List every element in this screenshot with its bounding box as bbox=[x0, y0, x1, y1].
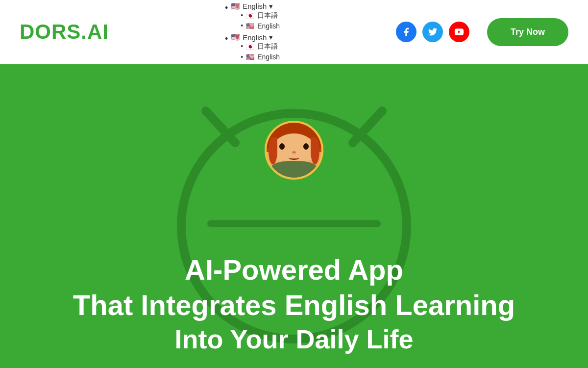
header: DORS.AI • 🇺🇸 English ▾ • 🇯🇵 日本語 bbox=[0, 0, 588, 64]
lang-toggle-1[interactable]: 🇺🇸 English ▾ bbox=[231, 2, 280, 11]
chevron-down-icon-2: ▾ bbox=[269, 33, 273, 42]
lang-option-en-1[interactable]: • 🇺🇸 English bbox=[241, 21, 280, 31]
lang-dropdown-1: 🇺🇸 English ▾ • 🇯🇵 日本語 • 🇺🇸 English bbox=[231, 2, 280, 31]
hero-section: AI-Powered App That Integrates English L… bbox=[0, 64, 588, 368]
lang-option-en-2[interactable]: • 🇺🇸 English bbox=[241, 53, 280, 62]
hero-line-2: That Integrates English Learning bbox=[20, 289, 568, 321]
avatar bbox=[265, 121, 323, 180]
hero-text: AI-Powered App That Integrates English L… bbox=[0, 254, 588, 354]
sub-bullet-2: • bbox=[241, 21, 243, 31]
social-icons bbox=[396, 22, 469, 42]
hero-line-3: Into Your Daily Life bbox=[20, 325, 568, 354]
en-flag-2: 🇺🇸 bbox=[246, 53, 254, 61]
sub-bullet-4: • bbox=[241, 53, 243, 62]
lang-label-1: English bbox=[243, 2, 267, 10]
lang-dropdown-2-container: • 🇺🇸 English ▾ • 🇯🇵 日本語 • 🇺🇸 bbox=[225, 33, 280, 62]
flag-1: 🇺🇸 bbox=[231, 2, 240, 11]
lang-label-2: English bbox=[243, 33, 267, 42]
try-now-button[interactable]: Try Now bbox=[487, 18, 568, 46]
youtube-icon[interactable] bbox=[449, 22, 469, 42]
jp-label-2: 日本語 bbox=[257, 42, 278, 51]
lang-submenu-2: • 🇯🇵 日本語 • 🇺🇸 English bbox=[231, 42, 280, 62]
lang-toggle-2[interactable]: 🇺🇸 English ▾ bbox=[231, 33, 280, 42]
chevron-down-icon-1: ▾ bbox=[269, 2, 273, 11]
lang-option-jp-2[interactable]: • 🇯🇵 日本語 bbox=[241, 42, 280, 52]
flag-2: 🇺🇸 bbox=[231, 33, 240, 42]
jp-label-1: 日本語 bbox=[257, 11, 278, 20]
facebook-icon[interactable] bbox=[396, 22, 416, 42]
lang-submenu-1: • 🇯🇵 日本語 • 🇺🇸 English bbox=[231, 11, 280, 31]
hero-line-1: AI-Powered App bbox=[20, 254, 568, 286]
lang-dropdown-2: 🇺🇸 English ▾ • 🇯🇵 日本語 • 🇺🇸 English bbox=[231, 33, 280, 62]
header-right: Try Now bbox=[396, 18, 568, 46]
lang-dropdown-1-container: • 🇺🇸 English ▾ • 🇯🇵 日本語 • 🇺🇸 bbox=[225, 2, 280, 31]
jp-flag-1: 🇯🇵 bbox=[246, 12, 254, 20]
logo: DORS.AI bbox=[20, 20, 109, 44]
en-flag-1: 🇺🇸 bbox=[246, 22, 254, 30]
en-label-2: English bbox=[257, 53, 280, 61]
en-label-1: English bbox=[257, 22, 280, 30]
twitter-icon[interactable] bbox=[422, 22, 443, 42]
jp-flag-2: 🇯🇵 bbox=[246, 43, 254, 51]
bullet-dot-2: • bbox=[225, 33, 228, 45]
sub-bullet-3: • bbox=[241, 42, 243, 52]
sub-bullet-1: • bbox=[241, 11, 243, 21]
bullet-dot-1: • bbox=[225, 2, 228, 14]
avatar-face bbox=[267, 123, 321, 178]
lang-option-jp-1[interactable]: • 🇯🇵 日本語 bbox=[241, 11, 280, 21]
header-nav: • 🇺🇸 English ▾ • 🇯🇵 日本語 • 🇺🇸 bbox=[225, 2, 280, 62]
